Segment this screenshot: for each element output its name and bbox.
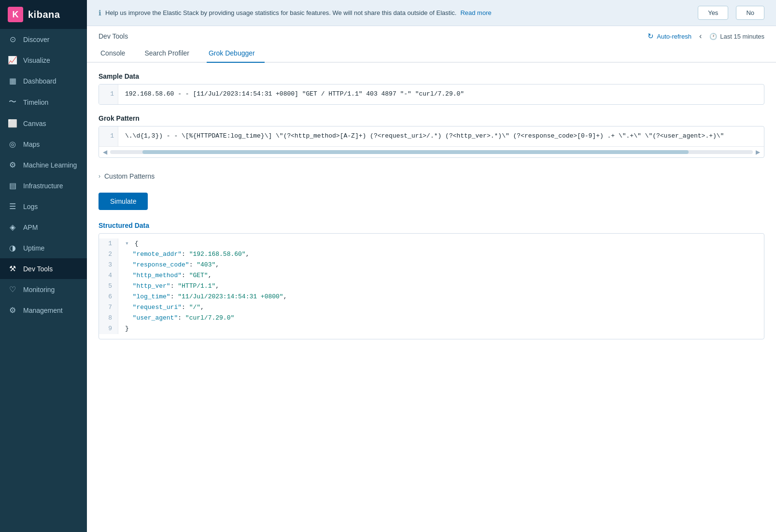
json-line-6: 6 "log_time": "11/Jul/2023:14:54:31 +080…	[99, 292, 764, 302]
logs-icon: ☰	[8, 202, 17, 211]
grok-pattern-content[interactable]: \.\d{1,3}) - - \[%{HTTPDATE:log_time}\] …	[118, 126, 764, 146]
json-line-8: 8 "user_agent": "curl/7.29.0"	[99, 313, 764, 323]
sidebar-label-maps: Maps	[23, 140, 40, 148]
time-range-label: Last 15 minutes	[720, 33, 764, 40]
time-range-selector[interactable]: 🕐 Last 15 minutes	[709, 33, 764, 40]
sidebar-label-dashboard: Dashboard	[23, 77, 56, 85]
auto-refresh-label: Auto-refresh	[657, 33, 691, 40]
sidebar-item-infrastructure[interactable]: ▤ Infrastructure	[0, 175, 87, 196]
grok-scrollbar[interactable]: ◀ ▶	[99, 146, 764, 157]
sidebar-item-apm[interactable]: ◈ APM	[0, 217, 87, 238]
sidebar-item-dashboard[interactable]: ▦ Dashboard	[0, 70, 87, 91]
usage-banner: ℹ Help us improve the Elastic Stack by p…	[87, 0, 776, 26]
sidebar-logo[interactable]: K kibana	[0, 0, 87, 29]
info-icon: ℹ	[99, 9, 101, 17]
maps-icon: ◎	[8, 140, 17, 149]
custom-patterns-label: Custom Patterns	[104, 172, 155, 180]
sidebar-item-maps[interactable]: ◎ Maps	[0, 134, 87, 154]
sidebar-label-management: Management	[23, 307, 63, 314]
grok-pattern-editor[interactable]: 1 \.\d{1,3}) - - \[%{HTTPDATE:log_time}\…	[99, 126, 764, 158]
sidebar-item-management[interactable]: ⚙ Management	[0, 300, 87, 321]
scroll-left-arrow[interactable]: ◀	[103, 149, 107, 155]
tabs-bar: Console Search Profiler Grok Debugger	[87, 44, 776, 63]
banner-message: ℹ Help us improve the Elastic Stack by p…	[99, 9, 690, 17]
scrollbar-track[interactable]	[110, 150, 753, 154]
sidebar-item-uptime[interactable]: ◑ Uptime	[0, 238, 87, 258]
clock-icon: 🕐	[709, 33, 717, 40]
management-icon: ⚙	[8, 306, 17, 315]
sidebar-label-uptime: Uptime	[23, 244, 44, 252]
sidebar-item-discover[interactable]: ⊙ Discover	[0, 29, 87, 50]
scrollbar-thumb	[142, 150, 689, 154]
infra-icon: ▤	[8, 181, 17, 190]
sidebar-item-machine-learning[interactable]: ⚙ Machine Learning	[0, 154, 87, 175]
sample-data-editor[interactable]: 1 192.168.58.60 - - [11/Jul/2023:14:54:3…	[99, 84, 764, 105]
uptime-icon: ◑	[8, 243, 17, 252]
sidebar-item-monitoring[interactable]: ♡ Monitoring	[0, 279, 87, 300]
banner-text-content: Help us improve the Elastic Stack by pro…	[105, 9, 456, 16]
scroll-right-arrow[interactable]: ▶	[756, 149, 760, 155]
tab-search-profiler[interactable]: Search Profiler	[142, 44, 199, 63]
sidebar-label-monitoring: Monitoring	[23, 286, 55, 294]
sidebar-label-canvas: Canvas	[23, 120, 46, 127]
json-line-5: 5 "http_ver": "HTTP/1.1",	[99, 281, 764, 292]
no-button[interactable]: No	[736, 6, 764, 20]
devtools-title: Dev Tools	[99, 32, 128, 40]
sample-line-numbers: 1	[99, 84, 118, 104]
grok-pattern-title: Grok Pattern	[99, 114, 764, 122]
sidebar-label-infra: Infrastructure	[23, 182, 63, 190]
sidebar-label-visualize: Visualize	[23, 56, 50, 64]
sidebar-label-ml: Machine Learning	[23, 161, 77, 169]
custom-patterns-toggle[interactable]: › Custom Patterns	[99, 168, 764, 185]
devtools-icon: ⚒	[8, 264, 17, 273]
json-line-2: 2 "remote_addr": "192.168.58.60",	[99, 249, 764, 260]
header-controls: ↻ Auto-refresh ‹ 🕐 Last 15 minutes	[648, 32, 764, 41]
sidebar-label-apm: APM	[23, 224, 38, 231]
kibana-logo-icon: K	[8, 7, 23, 22]
apm-icon: ◈	[8, 223, 17, 232]
canvas-icon: ⬜	[8, 119, 17, 128]
sample-data-title: Sample Data	[99, 72, 764, 80]
timelion-icon: 〜	[8, 97, 17, 107]
sidebar-item-timelion[interactable]: 〜 Timelion	[0, 91, 87, 113]
sidebar-label-discover: Discover	[23, 36, 49, 43]
json-line-3: 3 "response_code": "403",	[99, 260, 764, 270]
sidebar-item-devtools[interactable]: ⚒ Dev Tools	[0, 258, 87, 279]
sample-data-content[interactable]: 192.168.58.60 - - [11/Jul/2023:14:54:31 …	[118, 84, 764, 104]
simulate-button[interactable]: Simulate	[99, 193, 148, 210]
sidebar-item-visualize[interactable]: 📈 Visualize	[0, 50, 87, 70]
structured-data-editor: 1 ▾ { 2 "remote_addr": "192.168.58.60", …	[99, 233, 764, 340]
visualize-icon: 📈	[8, 56, 17, 65]
read-more-link[interactable]: Read more	[460, 9, 491, 16]
sidebar-label-logs: Logs	[23, 203, 38, 210]
sidebar-item-logs[interactable]: ☰ Logs	[0, 196, 87, 217]
json-line-1: 1 ▾ {	[99, 238, 764, 249]
tab-console[interactable]: Console	[99, 44, 135, 63]
nav-back-arrow[interactable]: ‹	[699, 32, 702, 41]
ml-icon: ⚙	[8, 160, 17, 169]
yes-button[interactable]: Yes	[698, 6, 728, 20]
json-line-9: 9 }	[99, 323, 764, 334]
sidebar-label-devtools: Dev Tools	[23, 265, 53, 273]
main-scroll-area[interactable]: Sample Data 1 192.168.58.60 - - [11/Jul/…	[87, 63, 776, 532]
discover-icon: ⊙	[8, 35, 17, 44]
main-content: ℹ Help us improve the Elastic Stack by p…	[87, 0, 776, 532]
dashboard-icon: ▦	[8, 76, 17, 85]
json-line-7: 7 "request_uri": "/",	[99, 302, 764, 313]
auto-refresh-button[interactable]: ↻ Auto-refresh	[648, 32, 691, 41]
sidebar-label-timelion: Timelion	[23, 98, 48, 106]
monitoring-icon: ♡	[8, 285, 17, 294]
json-line-4: 4 "http_method": "GET",	[99, 270, 764, 281]
kibana-logo-text: kibana	[28, 9, 60, 20]
chevron-right-icon: ›	[99, 173, 100, 180]
refresh-icon: ↻	[648, 32, 654, 41]
sidebar: K kibana ⊙ Discover 📈 Visualize ▦ Dashbo…	[0, 0, 87, 532]
tab-grok-debugger[interactable]: Grok Debugger	[207, 44, 265, 63]
devtools-header: Dev Tools ↻ Auto-refresh ‹ 🕐 Last 15 min…	[87, 26, 776, 41]
structured-data-title: Structured Data	[99, 222, 764, 229]
grok-line-numbers: 1	[99, 126, 118, 146]
sidebar-item-canvas[interactable]: ⬜ Canvas	[0, 113, 87, 134]
